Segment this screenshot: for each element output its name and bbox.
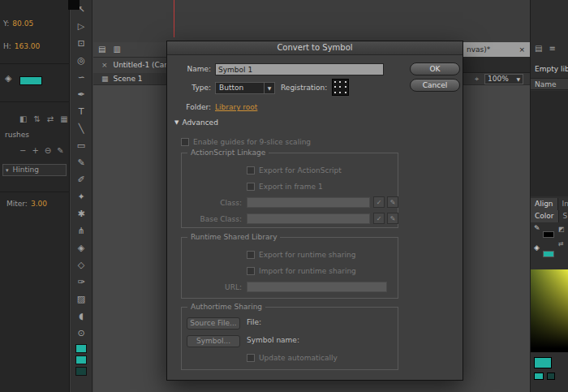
spray-brush-tool-icon[interactable]: ✦ [73, 188, 90, 205]
type-dropdown[interactable]: Button ▼ [215, 82, 275, 94]
tab-color[interactable]: Color [531, 210, 559, 222]
scale-horizontal-icon[interactable]: ⇄ [47, 114, 54, 123]
fill-bucket-icon[interactable]: ◈ [534, 243, 540, 252]
y-value[interactable]: 80.05 [12, 19, 33, 28]
tools-panel: ↖▷⊡◎∽✒T╲▭✎✐✦✱⋔◈◇✑▨◖⊙ [71, 0, 93, 392]
zoom-dropdown[interactable]: 100% ▼ [484, 74, 523, 84]
folder-link[interactable]: Library root [215, 103, 257, 111]
line-tool-icon[interactable]: ╲ [73, 120, 90, 137]
registration-dot[interactable] [345, 86, 346, 88]
tab-swatches[interactable]: S [559, 210, 568, 222]
pencil-tool-icon[interactable]: ✎ [73, 154, 90, 171]
registration-grid[interactable] [332, 79, 349, 96]
3d-rotation-tool-icon[interactable]: ◎ [73, 52, 90, 69]
type-label: Type: [170, 84, 211, 92]
registration-dot[interactable] [334, 92, 336, 93]
registration-dot[interactable] [339, 81, 341, 83]
fill-color-swatch[interactable] [543, 251, 554, 257]
document-tab-fragment[interactable]: nvas)* × [462, 42, 530, 57]
swatch-dark-teal[interactable] [75, 367, 87, 376]
grid-icon[interactable]: ▦ [60, 114, 67, 123]
class-input [247, 197, 370, 208]
tab-align[interactable]: Align [531, 198, 558, 210]
eraser-tool-icon[interactable]: ▨ [73, 291, 90, 308]
brush-tool-icon[interactable]: ✐ [73, 171, 90, 188]
symbol-name-label: Symbol name: [247, 336, 299, 344]
h-value[interactable]: 163.00 [15, 42, 41, 50]
cap-style-icon[interactable]: ◧ [19, 114, 27, 123]
stroke-color-swatch[interactable] [75, 344, 87, 353]
color-picker-gradient[interactable] [531, 269, 568, 352]
scale-vertical-icon[interactable]: ⇅ [33, 114, 40, 123]
deco-tool-icon[interactable]: ✱ [73, 205, 90, 222]
properties-panel: Y:80.05 H:163.00 ◈ ◧ ⇅ ⇄ ▦ rushes − + ⊖ … [0, 0, 70, 392]
stroke-pencil-icon[interactable]: ✎ [534, 224, 540, 232]
timeline-playhead-line[interactable] [174, 0, 174, 37]
center-frame-icon[interactable]: ⌖ [475, 73, 479, 84]
library-list[interactable] [531, 91, 568, 196]
align-tab-row: Align In [531, 198, 568, 210]
swatch-teal[interactable] [534, 373, 544, 380]
registration-dot[interactable] [334, 86, 336, 88]
registration-dot[interactable] [339, 92, 341, 93]
pen-tool-icon[interactable]: ✒ [73, 86, 90, 103]
tab-info[interactable]: In [558, 198, 568, 210]
advanced-toggle[interactable]: ▼Advanced [174, 118, 218, 127]
lasso-tool-icon[interactable]: ∽ [73, 69, 90, 86]
stroke-color-swatch[interactable] [543, 231, 554, 238]
hand-tool-icon[interactable]: ◖ [73, 308, 90, 325]
folder-label: Folder: [170, 103, 211, 111]
fill-color-swatch[interactable] [75, 355, 87, 364]
timeline-panel-icon[interactable]: ▤ [98, 45, 105, 54]
registration-dot[interactable] [345, 92, 346, 93]
remove-icon[interactable]: ⊖ [45, 146, 51, 155]
free-transform-tool-icon[interactable]: ⊡ [73, 35, 90, 52]
miter-label: Miter: [6, 200, 28, 208]
text-tool-icon[interactable]: T [73, 103, 90, 120]
black-swatch [68, 0, 80, 10]
miter-row: Miter:3.00 [6, 200, 47, 208]
swatch-dark[interactable] [547, 373, 555, 380]
close-icon[interactable]: × [519, 45, 525, 54]
edit-brush-icon[interactable]: ✎ [57, 146, 63, 155]
registration-dot[interactable] [334, 81, 336, 83]
ink-bottle-tool-icon[interactable]: ◇ [73, 256, 90, 274]
panel-menu-icon[interactable]: ≡ [549, 44, 555, 53]
output-panel-icon[interactable]: ▥ [113, 45, 120, 54]
document-list-icon[interactable]: ▤ [535, 44, 542, 53]
group-title: Authortime Sharing [187, 303, 265, 311]
name-label: Name: [170, 65, 211, 73]
scene-label[interactable]: Scene 1 [114, 75, 143, 83]
runtime-shared-library-group: Runtime Shared Library Export for runtim… [181, 237, 398, 299]
minus-icon[interactable]: − [19, 146, 26, 155]
swap-colors-icon[interactable]: ⇄ [558, 240, 564, 248]
import-runtime-checkbox [247, 267, 255, 275]
validate-class-button: ✓ [373, 196, 385, 208]
export-for-actionscript-label: Export for ActionScript [259, 166, 342, 174]
symbol-name-input[interactable] [215, 63, 384, 75]
plus-icon[interactable]: + [32, 146, 38, 155]
black-white-icon[interactable]: ◩ [558, 226, 565, 233]
library-name-header[interactable]: Name [531, 78, 568, 90]
miter-value[interactable]: 3.00 [31, 200, 47, 208]
cancel-button[interactable]: Cancel [410, 79, 460, 92]
hinting-label: Hinting [13, 166, 39, 174]
hinting-dropdown[interactable]: ▾Hinting [2, 164, 67, 176]
close-icon[interactable]: × [101, 61, 108, 69]
eyedropper-tool-icon[interactable]: ✑ [73, 274, 90, 291]
current-color-swatch[interactable] [534, 357, 552, 368]
rectangle-tool-icon[interactable]: ▭ [73, 137, 90, 154]
registration-dot[interactable] [339, 86, 341, 88]
dialog-title-bar[interactable]: Convert to Symbol [167, 41, 463, 55]
validate-base-class-button: ✓ [373, 213, 385, 224]
right-dock: ▤ ≡ Empty libra Name Align In Color S ✎ … [530, 0, 568, 392]
fill-color-swatch[interactable] [19, 76, 42, 85]
paint-bucket-tool-icon[interactable]: ◈ [73, 239, 90, 256]
subselection-tool-icon[interactable]: ▷ [73, 18, 90, 35]
source-file-button: Source File... [187, 317, 240, 330]
zoom-tool-icon[interactable]: ⊙ [73, 325, 90, 342]
ok-button[interactable]: OK [410, 62, 460, 75]
registration-dot[interactable] [345, 81, 346, 83]
scene-icon: ▦ [101, 75, 109, 83]
bone-tool-icon[interactable]: ⋔ [73, 222, 90, 239]
